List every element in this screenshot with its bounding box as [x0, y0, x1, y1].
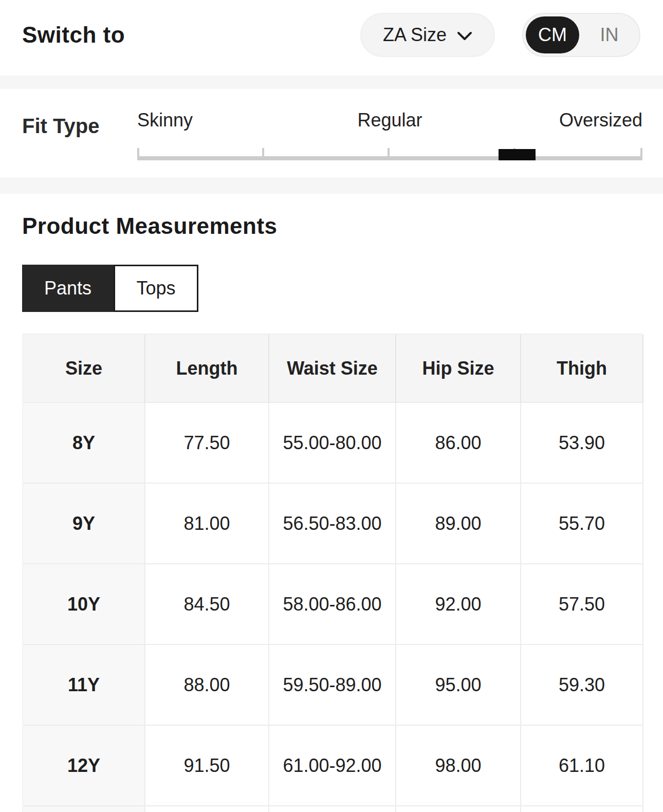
cell-thigh: 57.50	[521, 564, 643, 645]
unit-cm-label: CM	[538, 24, 567, 46]
row-size-label: 9Y	[23, 484, 145, 564]
unit-option-cm[interactable]: CM	[526, 16, 579, 53]
cell-hip: 98.00	[396, 726, 521, 806]
cell-thigh: 53.90	[521, 403, 643, 484]
cell-length: 84.50	[145, 564, 269, 645]
cell-thigh: 55.70	[521, 484, 643, 564]
slider-tick	[137, 148, 139, 160]
fit-type-slider: Skinny Regular Oversized	[137, 89, 642, 177]
cell-length: 88.00	[145, 645, 269, 726]
cell-length: 81.00	[145, 484, 269, 564]
size-region-selector[interactable]: ZA Size	[360, 13, 495, 57]
header: Switch to ZA Size CM IN	[0, 0, 663, 76]
partial-row-cell	[521, 806, 643, 812]
column-header-thigh: Thigh	[521, 335, 643, 403]
page-title: Switch to	[22, 22, 360, 48]
cell-waist: 61.00-92.00	[269, 726, 396, 806]
fit-option-oversized: Oversized	[559, 109, 642, 131]
slider-tick	[388, 148, 390, 160]
chevron-down-icon	[457, 29, 472, 41]
fit-option-skinny: Skinny	[137, 109, 193, 131]
column-header-waist: Waist Size	[269, 335, 396, 403]
partial-row-cell	[396, 806, 521, 812]
cell-waist: 56.50-83.00	[269, 484, 396, 564]
cell-thigh: 59.30	[521, 645, 643, 726]
fit-option-regular: Regular	[357, 109, 422, 131]
cell-waist: 58.00-86.00	[269, 564, 396, 645]
tab-pants[interactable]: Pants	[22, 265, 114, 312]
section-title: Product Measurements	[22, 213, 642, 239]
cell-length: 91.50	[145, 726, 269, 806]
fit-type-options: Skinny Regular Oversized	[137, 109, 642, 132]
cell-hip: 92.00	[396, 564, 521, 645]
fit-type-section: Fit Type Skinny Regular Oversized	[0, 89, 663, 177]
cell-waist: 59.50-89.00	[269, 645, 396, 726]
column-header-length: Length	[145, 335, 269, 403]
slider-tick	[640, 148, 642, 160]
size-guide-page: Switch to ZA Size CM IN Fit Type Skinny …	[0, 0, 663, 812]
row-size-label: 12Y	[23, 726, 145, 806]
unit-toggle: CM IN	[522, 13, 640, 57]
partial-row-cell	[23, 806, 145, 812]
separator-band	[0, 76, 663, 89]
partial-row-cell	[145, 806, 269, 812]
separator-band	[0, 177, 663, 194]
cell-hip: 95.00	[396, 645, 521, 726]
partial-row-cell	[269, 806, 396, 812]
product-measurements-section: Product Measurements Pants Tops Size Len…	[0, 213, 663, 812]
slider-track-bar	[137, 156, 642, 160]
fit-type-slider-handle[interactable]	[499, 149, 536, 160]
column-header-hip: Hip Size	[396, 335, 521, 403]
fit-type-slider-track[interactable]	[137, 148, 642, 161]
cell-waist: 55.00-80.00	[269, 403, 396, 484]
tab-tops[interactable]: Tops	[114, 265, 198, 312]
fit-type-label: Fit Type	[22, 115, 99, 138]
cell-hip: 89.00	[396, 484, 521, 564]
cell-hip: 86.00	[396, 403, 521, 484]
row-size-label: 8Y	[23, 403, 145, 484]
size-region-label: ZA Size	[383, 24, 447, 46]
unit-in-label: IN	[600, 24, 619, 46]
row-size-label: 11Y	[23, 645, 145, 726]
cell-length: 77.50	[145, 403, 269, 484]
row-size-label: 10Y	[23, 564, 145, 645]
column-header-size: Size	[23, 335, 145, 403]
measurements-table: Size Length Waist Size Hip Size Thigh 8Y…	[22, 334, 642, 812]
cell-thigh: 61.10	[521, 726, 643, 806]
slider-tick	[262, 148, 264, 160]
category-tabs: Pants Tops	[22, 265, 198, 312]
unit-option-in[interactable]: IN	[579, 16, 639, 53]
